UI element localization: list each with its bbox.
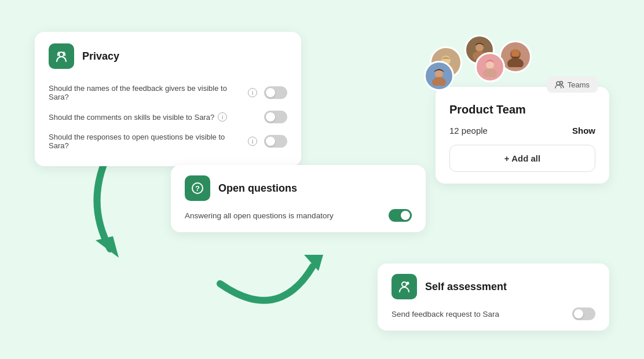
svg-point-10 — [507, 58, 524, 67]
avatars-group — [424, 35, 557, 87]
info-icon-1: i — [248, 88, 257, 97]
self-assessment-title: Self assessment — [425, 281, 507, 293]
self-assessment-toggle[interactable] — [572, 307, 595, 320]
svg-text:?: ? — [195, 184, 200, 193]
svg-point-11 — [511, 49, 519, 57]
privacy-toggle-3[interactable] — [264, 135, 287, 148]
open-questions-icon: ? — [185, 175, 210, 201]
open-questions-toggle[interactable] — [389, 209, 412, 222]
privacy-row-1-text: Should the names of the feedback givers … — [49, 84, 244, 101]
open-questions-card: ? Open questions Answering all open ques… — [171, 165, 426, 232]
svg-point-2 — [59, 52, 64, 57]
info-icon-3: i — [248, 137, 257, 146]
avatar-3 — [424, 61, 454, 91]
teams-card: Teams Product Team 12 people Show + Add … — [436, 87, 609, 184]
self-assessment-header: Self assessment — [391, 274, 595, 299]
teams-people-row: 12 people Show — [449, 126, 595, 135]
teams-people-count: 12 people — [449, 126, 488, 135]
privacy-icon — [49, 43, 74, 69]
privacy-row-2: Should the comments on skills be visible… — [49, 106, 287, 128]
self-assessment-card: Self assessment Send feedback request to… — [378, 263, 609, 331]
svg-point-13 — [483, 68, 497, 77]
privacy-row-2-text: Should the comments on skills be visible… — [49, 113, 214, 122]
svg-point-18 — [402, 282, 407, 287]
privacy-card: Privacy Should the names of the feedback… — [35, 32, 301, 166]
svg-marker-1 — [304, 255, 323, 271]
privacy-row-1: Should the names of the feedback givers … — [49, 79, 287, 106]
open-questions-row: Answering all open questions is mandator… — [185, 209, 412, 222]
privacy-toggle-1[interactable] — [264, 86, 287, 99]
svg-marker-0 — [96, 236, 119, 258]
privacy-toggle-2[interactable] — [264, 111, 287, 123]
add-all-button[interactable]: + Add all — [449, 145, 595, 172]
avatar-5 — [475, 52, 505, 82]
privacy-row-3: Should the responses to open questions b… — [49, 128, 287, 155]
privacy-row-3-text: Should the responses to open questions b… — [49, 133, 244, 150]
teams-show-link[interactable]: Show — [572, 126, 595, 135]
self-assessment-row-text: Send feedback request to Sara — [391, 310, 499, 318]
teams-product-name: Product Team — [449, 103, 595, 116]
svg-point-8 — [432, 77, 446, 86]
teams-badge-label: Teams — [568, 80, 590, 89]
svg-point-15 — [559, 82, 562, 85]
open-questions-header: ? Open questions — [185, 175, 412, 201]
privacy-card-title: Privacy — [82, 50, 119, 63]
open-questions-row-text: Answering all open questions is mandator… — [185, 211, 334, 220]
self-assessment-row: Send feedback request to Sara — [391, 307, 595, 320]
privacy-card-header: Privacy — [49, 43, 287, 69]
teams-badge: Teams — [547, 76, 598, 93]
open-questions-title: Open questions — [218, 182, 297, 195]
self-assessment-icon — [391, 274, 417, 299]
info-icon-2: i — [218, 112, 227, 122]
